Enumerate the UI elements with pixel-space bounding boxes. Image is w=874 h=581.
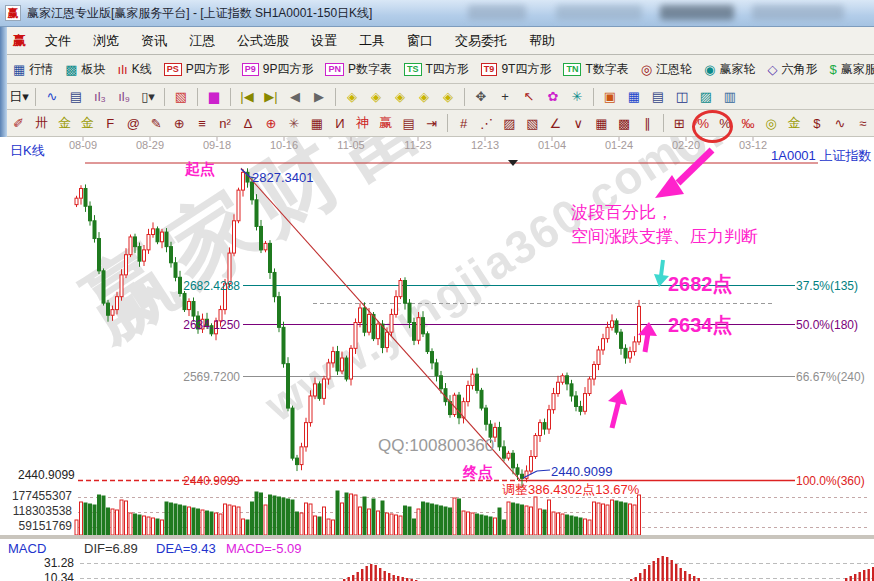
menu-settings[interactable]: 设置 bbox=[300, 29, 348, 53]
spiral-tool[interactable]: @ bbox=[122, 116, 145, 131]
hexagon-button[interactable]: ◇六角形 bbox=[761, 59, 823, 80]
color-bar-button[interactable]: ▆ bbox=[202, 88, 226, 105]
menu-gann[interactable]: 江恩 bbox=[178, 29, 226, 53]
pointer-button[interactable]: ↖ bbox=[517, 88, 541, 105]
kline-chart-canvas[interactable]: 赢家财富网 www.yingjia360.com 0.com 日K线 1A000… bbox=[0, 137, 874, 581]
calendar-button[interactable]: ▣ bbox=[598, 88, 622, 105]
last-bar-button[interactable]: ▶| bbox=[259, 88, 283, 105]
fan-lines-tool[interactable]: ⋰ bbox=[475, 116, 498, 131]
retracement-price-label: 2569.7200 bbox=[170, 370, 240, 384]
gold-line-tool[interactable]: 金 bbox=[782, 114, 805, 132]
price-scale-tool[interactable]: $ bbox=[805, 116, 828, 131]
percent-tool[interactable]: % bbox=[714, 116, 737, 131]
next-bar-button[interactable]: ▶ bbox=[307, 88, 331, 105]
menu-trade[interactable]: 交易委托 bbox=[444, 29, 518, 53]
ratio-tool[interactable]: ⊞ bbox=[668, 116, 691, 131]
gann-grid-tool[interactable]: 卅 bbox=[30, 114, 53, 132]
frame-tool[interactable]: # bbox=[452, 116, 475, 131]
target-tool[interactable]: ⊕ bbox=[259, 116, 282, 131]
n-square-tool[interactable]: n² bbox=[214, 116, 237, 131]
grid-arrow-tool[interactable]: ▩ bbox=[613, 116, 636, 131]
kline-button[interactable]: ılıK线 bbox=[112, 59, 158, 80]
wave-tool[interactable]: ∿ bbox=[828, 116, 851, 131]
menu-help[interactable]: 帮助 bbox=[518, 29, 566, 53]
flower-tool-button[interactable]: ✿ bbox=[541, 88, 565, 105]
approx-tool[interactable]: ≈ bbox=[851, 116, 874, 131]
star-tool[interactable]: ✳ bbox=[282, 116, 305, 131]
intraday-button[interactable]: ∿ bbox=[40, 88, 64, 105]
zigzag-tool[interactable]: И bbox=[328, 116, 351, 131]
print-button[interactable]: ▥ bbox=[718, 88, 742, 105]
gann-wheel-button[interactable]: ◎江恩轮 bbox=[635, 59, 698, 80]
comb-lines-tool[interactable]: ≡ bbox=[191, 116, 214, 131]
candle-style-button[interactable]: ▯▾ bbox=[136, 88, 160, 105]
gold-ratio-tool-1[interactable]: 金 bbox=[53, 114, 76, 132]
diamond-tool-1[interactable]: ◈ bbox=[340, 88, 364, 105]
nine-t-square-button[interactable]: T99T四方形 bbox=[475, 59, 558, 80]
menu-browse[interactable]: 浏览 bbox=[82, 29, 130, 53]
menu-file[interactable]: 文件 bbox=[34, 29, 82, 53]
ying-tool[interactable]: 赢 bbox=[374, 114, 397, 132]
fan-box-tool[interactable]: ▧ bbox=[521, 116, 544, 131]
peak-price-label: 2827.3401 bbox=[252, 170, 313, 185]
date-axis-label: 01-04 bbox=[530, 139, 574, 151]
mini-chart-3-button[interactable]: ıl₃ bbox=[88, 88, 112, 105]
menu-news[interactable]: 资讯 bbox=[130, 29, 178, 53]
p-square-button[interactable]: PSP四方形 bbox=[158, 59, 236, 80]
extend-tool[interactable]: ⇥ bbox=[420, 116, 443, 131]
pen-tool[interactable]: ✎ bbox=[145, 116, 168, 131]
hand-tool-button[interactable]: ✥ bbox=[469, 88, 493, 105]
trend-angle-tool[interactable]: ∠ bbox=[544, 116, 567, 131]
diamond-tool-5[interactable]: ◈ bbox=[436, 88, 460, 105]
grid-tool[interactable]: ▦ bbox=[590, 116, 613, 131]
crosshair-button[interactable]: + bbox=[493, 88, 517, 105]
retracement-percent-label: 50.0%(180) bbox=[796, 318, 858, 332]
kline-button-label: K线 bbox=[132, 61, 152, 78]
winner-wheel-button-label: 赢家轮 bbox=[719, 61, 755, 78]
v-lines-tool[interactable]: ∨ bbox=[567, 116, 590, 131]
calculator-button[interactable]: ▦ bbox=[622, 88, 646, 105]
mini-chart-9-button[interactable]: ıl₉ bbox=[112, 88, 136, 105]
percent-line-tool[interactable]: ‰ bbox=[737, 116, 760, 131]
first-bar-button[interactable]: |◀ bbox=[235, 88, 259, 105]
angle-ruler-tool[interactable]: ∆ bbox=[237, 116, 260, 131]
gann-circle-tool[interactable]: ⊕ bbox=[168, 116, 191, 131]
wave-percent-tool[interactable]: ∕% bbox=[691, 116, 714, 131]
t-number-table-button[interactable]: TNT数字表 bbox=[557, 59, 634, 80]
pattern-tool-button[interactable]: ✳ bbox=[565, 88, 589, 105]
menu-tools[interactable]: 工具 bbox=[348, 29, 396, 53]
export-button[interactable]: ▨ bbox=[694, 88, 718, 105]
gold-circle-tool[interactable]: ◎ bbox=[760, 116, 783, 131]
period-day-button[interactable]: 日▾ bbox=[7, 87, 31, 107]
sectors-button-icon: ▩ bbox=[65, 62, 77, 77]
save-button[interactable]: ◫ bbox=[670, 88, 694, 105]
watermark-text: 赢家财富网 bbox=[60, 137, 536, 367]
grid-box-tool[interactable]: ▦ bbox=[305, 116, 328, 131]
date-axis-label: 01-24 bbox=[597, 139, 641, 151]
p-number-table-button[interactable]: PNP数字表 bbox=[319, 59, 398, 80]
gold-ratio-tool-2[interactable]: 金 bbox=[76, 114, 99, 132]
shen-tool[interactable]: 神 bbox=[351, 114, 374, 132]
indicator-button[interactable]: ▧ bbox=[169, 88, 193, 105]
fibonacci-f-tool[interactable]: F bbox=[99, 116, 122, 131]
brush-tool[interactable]: ✐ bbox=[7, 116, 30, 131]
diamond-tool-3[interactable]: ◈ bbox=[388, 88, 412, 105]
f10-info-button[interactable]: ▤ bbox=[64, 88, 88, 105]
diamond-tool-2[interactable]: ◈ bbox=[364, 88, 388, 105]
t-square-button[interactable]: TST四方形 bbox=[398, 59, 475, 80]
market-button[interactable]: ▦行情 bbox=[7, 59, 59, 80]
toolbar-separator bbox=[230, 88, 231, 106]
nine-p-square-button[interactable]: P99P四方形 bbox=[236, 59, 320, 80]
parallel-lines-tool[interactable]: ∥ bbox=[636, 116, 659, 131]
winner-wheel-button[interactable]: ◉赢家轮 bbox=[698, 59, 761, 80]
ruler-123-tool[interactable]: ▤ bbox=[397, 116, 420, 131]
prev-bar-button[interactable]: ◀ bbox=[283, 88, 307, 105]
sectors-button[interactable]: ▩板块 bbox=[59, 59, 111, 80]
diamond-tool-4[interactable]: ◈ bbox=[412, 88, 436, 105]
pane-label: 日K线 bbox=[10, 142, 45, 160]
winner-service-button[interactable]: $赢家服务 bbox=[823, 59, 874, 80]
menu-formula-stockpick[interactable]: 公式选股 bbox=[226, 29, 300, 53]
fan-fill-tool[interactable]: ▨ bbox=[498, 116, 521, 131]
memo-button[interactable]: ▤ bbox=[646, 88, 670, 105]
menu-window[interactable]: 窗口 bbox=[396, 29, 444, 53]
